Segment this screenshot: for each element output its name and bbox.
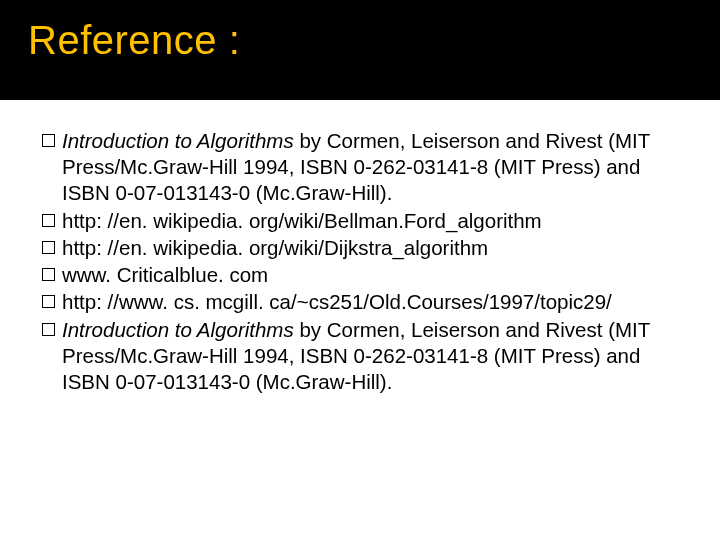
slide-title: Reference : bbox=[28, 18, 692, 63]
list-item: Introduction to Algorithms by Cormen, Le… bbox=[42, 128, 678, 207]
italic-part: Introduction to Algorithms bbox=[62, 318, 294, 341]
bullet-icon bbox=[42, 323, 55, 336]
rest-part: http: //www. cs. mcgill. ca/~cs251/Old.C… bbox=[62, 290, 612, 313]
list-item-text: www. Criticalblue. com bbox=[62, 262, 678, 288]
list-item: www. Criticalblue. com bbox=[42, 262, 678, 288]
rest-part: http: //en. wikipedia. org/wiki/Dijkstra… bbox=[62, 236, 488, 259]
bullet-icon bbox=[42, 268, 55, 281]
list-item: http: //en. wikipedia. org/wiki/Bellman.… bbox=[42, 208, 678, 234]
bullet-icon bbox=[42, 214, 55, 227]
list-item-text: http: //en. wikipedia. org/wiki/Bellman.… bbox=[62, 208, 678, 234]
rest-part: http: //en. wikipedia. org/wiki/Bellman.… bbox=[62, 209, 542, 232]
bullet-icon bbox=[42, 295, 55, 308]
italic-part: Introduction to Algorithms bbox=[62, 129, 294, 152]
slide-title-bar: Reference : bbox=[0, 0, 720, 100]
list-item-text: http: //en. wikipedia. org/wiki/Dijkstra… bbox=[62, 235, 678, 261]
list-item: http: //en. wikipedia. org/wiki/Dijkstra… bbox=[42, 235, 678, 261]
bullet-icon bbox=[42, 241, 55, 254]
list-item-text: Introduction to Algorithms by Cormen, Le… bbox=[62, 128, 678, 207]
list-item: Introduction to Algorithms by Cormen, Le… bbox=[42, 317, 678, 396]
slide-content: Introduction to Algorithms by Cormen, Le… bbox=[0, 100, 720, 416]
list-item-text: http: //www. cs. mcgill. ca/~cs251/Old.C… bbox=[62, 289, 678, 315]
list-item: http: //www. cs. mcgill. ca/~cs251/Old.C… bbox=[42, 289, 678, 315]
bullet-icon bbox=[42, 134, 55, 147]
list-item-text: Introduction to Algorithms by Cormen, Le… bbox=[62, 317, 678, 396]
rest-part: www. Criticalblue. com bbox=[62, 263, 268, 286]
